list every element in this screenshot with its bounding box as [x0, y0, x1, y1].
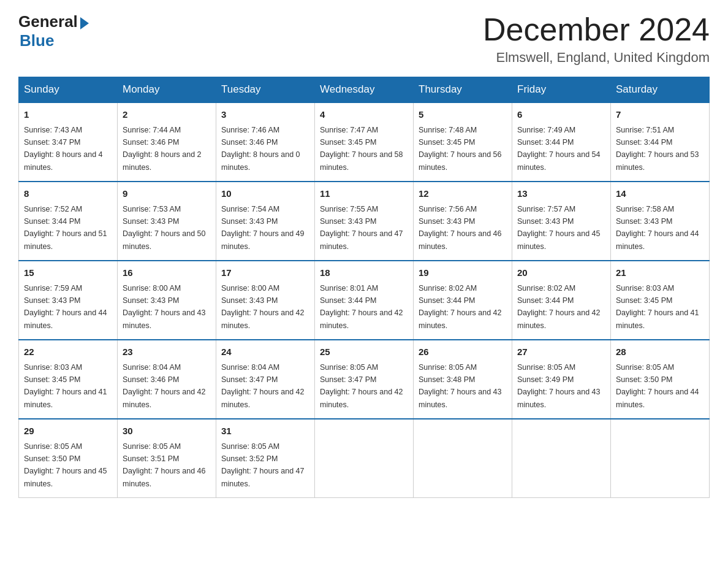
day-info: Sunrise: 7:56 AMSunset: 3:43 PMDaylight:…	[419, 205, 502, 251]
day-number: 8	[24, 187, 112, 201]
day-number: 31	[221, 424, 309, 439]
day-number: 26	[419, 345, 507, 359]
calendar-day-cell: 9Sunrise: 7:53 AMSunset: 3:43 PMDaylight…	[118, 182, 216, 261]
calendar-day-cell: 5Sunrise: 7:48 AMSunset: 3:45 PMDaylight…	[414, 102, 512, 182]
calendar-body: 1Sunrise: 7:43 AMSunset: 3:47 PMDaylight…	[19, 102, 710, 498]
calendar-day-cell: 12Sunrise: 7:56 AMSunset: 3:43 PMDayligh…	[414, 182, 512, 261]
day-info: Sunrise: 7:57 AMSunset: 3:43 PMDaylight:…	[517, 205, 601, 251]
day-number: 15	[24, 266, 112, 280]
calendar-week-row: 29Sunrise: 8:05 AMSunset: 3:50 PMDayligh…	[19, 419, 710, 498]
calendar-week-row: 8Sunrise: 7:52 AMSunset: 3:44 PMDaylight…	[19, 182, 710, 261]
day-info: Sunrise: 8:03 AMSunset: 3:45 PMDaylight:…	[24, 363, 107, 409]
day-number: 18	[320, 266, 408, 280]
day-info: Sunrise: 8:05 AMSunset: 3:50 PMDaylight:…	[616, 363, 699, 409]
calendar-day-cell: 28Sunrise: 8:05 AMSunset: 3:50 PMDayligh…	[611, 340, 710, 419]
day-info: Sunrise: 7:54 AMSunset: 3:43 PMDaylight:…	[221, 205, 305, 251]
day-number: 14	[616, 187, 704, 201]
calendar-day-cell: 4Sunrise: 7:47 AMSunset: 3:45 PMDaylight…	[315, 102, 414, 182]
weekday-header-row: Sunday Monday Tuesday Wednesday Thursday…	[19, 77, 710, 103]
day-info: Sunrise: 8:05 AMSunset: 3:52 PMDaylight:…	[221, 442, 305, 488]
day-info: Sunrise: 7:52 AMSunset: 3:44 PMDaylight:…	[24, 205, 107, 251]
day-info: Sunrise: 8:04 AMSunset: 3:46 PMDaylight:…	[123, 363, 206, 409]
day-number: 10	[221, 187, 309, 201]
day-info: Sunrise: 7:49 AMSunset: 3:44 PMDaylight:…	[517, 126, 601, 172]
day-info: Sunrise: 8:05 AMSunset: 3:47 PMDaylight:…	[320, 363, 403, 409]
calendar-day-cell: 3Sunrise: 7:46 AMSunset: 3:46 PMDaylight…	[216, 102, 315, 182]
col-saturday: Saturday	[611, 77, 710, 103]
day-info: Sunrise: 7:46 AMSunset: 3:46 PMDaylight:…	[221, 126, 300, 172]
calendar-day-cell	[611, 419, 710, 498]
calendar-day-cell: 23Sunrise: 8:04 AMSunset: 3:46 PMDayligh…	[118, 340, 216, 419]
day-number: 19	[419, 266, 507, 280]
calendar-table: Sunday Monday Tuesday Wednesday Thursday…	[18, 77, 710, 498]
day-number: 21	[616, 266, 704, 280]
day-number: 30	[123, 424, 211, 439]
day-number: 4	[320, 108, 408, 122]
day-number: 5	[419, 108, 507, 122]
day-info: Sunrise: 7:48 AMSunset: 3:45 PMDaylight:…	[419, 126, 502, 172]
day-number: 24	[221, 345, 309, 359]
calendar-day-cell: 21Sunrise: 8:03 AMSunset: 3:45 PMDayligh…	[611, 261, 710, 340]
logo-arrow-icon	[80, 17, 89, 29]
calendar-day-cell: 19Sunrise: 8:02 AMSunset: 3:44 PMDayligh…	[414, 261, 512, 340]
page-header: General Blue December 2024 Elmswell, Eng…	[18, 12, 710, 66]
col-wednesday: Wednesday	[315, 77, 414, 103]
day-info: Sunrise: 7:43 AMSunset: 3:47 PMDaylight:…	[24, 126, 103, 172]
day-info: Sunrise: 8:05 AMSunset: 3:51 PMDaylight:…	[123, 442, 206, 488]
day-number: 11	[320, 187, 408, 201]
calendar-day-cell: 22Sunrise: 8:03 AMSunset: 3:45 PMDayligh…	[19, 340, 118, 419]
logo: General Blue	[18, 12, 89, 50]
day-number: 7	[616, 108, 704, 122]
col-tuesday: Tuesday	[216, 77, 315, 103]
day-number: 27	[517, 345, 605, 359]
calendar-day-cell	[414, 419, 512, 498]
day-info: Sunrise: 7:58 AMSunset: 3:43 PMDaylight:…	[616, 205, 699, 251]
calendar-week-row: 22Sunrise: 8:03 AMSunset: 3:45 PMDayligh…	[19, 340, 710, 419]
month-title: December 2024	[483, 12, 710, 47]
day-info: Sunrise: 8:05 AMSunset: 3:50 PMDaylight:…	[24, 442, 107, 488]
day-info: Sunrise: 7:59 AMSunset: 3:43 PMDaylight:…	[24, 284, 107, 330]
day-info: Sunrise: 8:02 AMSunset: 3:44 PMDaylight:…	[419, 284, 502, 330]
calendar-day-cell: 13Sunrise: 7:57 AMSunset: 3:43 PMDayligh…	[512, 182, 611, 261]
day-number: 12	[419, 187, 507, 201]
logo-blue-text: Blue	[20, 31, 54, 50]
calendar-day-cell: 18Sunrise: 8:01 AMSunset: 3:44 PMDayligh…	[315, 261, 414, 340]
calendar-day-cell: 10Sunrise: 7:54 AMSunset: 3:43 PMDayligh…	[216, 182, 315, 261]
col-monday: Monday	[118, 77, 216, 103]
calendar-day-cell: 1Sunrise: 7:43 AMSunset: 3:47 PMDaylight…	[19, 102, 118, 182]
day-number: 6	[517, 108, 605, 122]
day-number: 17	[221, 266, 309, 280]
calendar-day-cell: 31Sunrise: 8:05 AMSunset: 3:52 PMDayligh…	[216, 419, 315, 498]
calendar-day-cell: 26Sunrise: 8:05 AMSunset: 3:48 PMDayligh…	[414, 340, 512, 419]
calendar-header: Sunday Monday Tuesday Wednesday Thursday…	[19, 77, 710, 103]
day-number: 28	[616, 345, 704, 359]
day-number: 9	[123, 187, 211, 201]
day-info: Sunrise: 8:00 AMSunset: 3:43 PMDaylight:…	[123, 284, 206, 330]
day-number: 23	[123, 345, 211, 359]
day-info: Sunrise: 8:05 AMSunset: 3:49 PMDaylight:…	[517, 363, 601, 409]
calendar-day-cell: 7Sunrise: 7:51 AMSunset: 3:44 PMDaylight…	[611, 102, 710, 182]
calendar-day-cell: 11Sunrise: 7:55 AMSunset: 3:43 PMDayligh…	[315, 182, 414, 261]
location-subtitle: Elmswell, England, United Kingdom	[483, 50, 710, 66]
day-number: 25	[320, 345, 408, 359]
day-info: Sunrise: 8:05 AMSunset: 3:48 PMDaylight:…	[419, 363, 502, 409]
day-number: 2	[123, 108, 211, 122]
day-number: 20	[517, 266, 605, 280]
logo-general-text: General	[18, 12, 78, 31]
col-sunday: Sunday	[19, 77, 118, 103]
calendar-day-cell: 16Sunrise: 8:00 AMSunset: 3:43 PMDayligh…	[118, 261, 216, 340]
day-info: Sunrise: 8:01 AMSunset: 3:44 PMDaylight:…	[320, 284, 403, 330]
calendar-day-cell: 2Sunrise: 7:44 AMSunset: 3:46 PMDaylight…	[118, 102, 216, 182]
calendar-day-cell: 15Sunrise: 7:59 AMSunset: 3:43 PMDayligh…	[19, 261, 118, 340]
day-number: 29	[24, 424, 112, 439]
calendar-day-cell: 8Sunrise: 7:52 AMSunset: 3:44 PMDaylight…	[19, 182, 118, 261]
day-info: Sunrise: 7:44 AMSunset: 3:46 PMDaylight:…	[123, 126, 202, 172]
calendar-week-row: 1Sunrise: 7:43 AMSunset: 3:47 PMDaylight…	[19, 102, 710, 182]
day-info: Sunrise: 8:03 AMSunset: 3:45 PMDaylight:…	[616, 284, 699, 330]
day-number: 1	[24, 108, 112, 122]
calendar-day-cell: 29Sunrise: 8:05 AMSunset: 3:50 PMDayligh…	[19, 419, 118, 498]
calendar-day-cell: 17Sunrise: 8:00 AMSunset: 3:43 PMDayligh…	[216, 261, 315, 340]
day-info: Sunrise: 7:55 AMSunset: 3:43 PMDaylight:…	[320, 205, 403, 251]
calendar-day-cell: 14Sunrise: 7:58 AMSunset: 3:43 PMDayligh…	[611, 182, 710, 261]
col-friday: Friday	[512, 77, 611, 103]
